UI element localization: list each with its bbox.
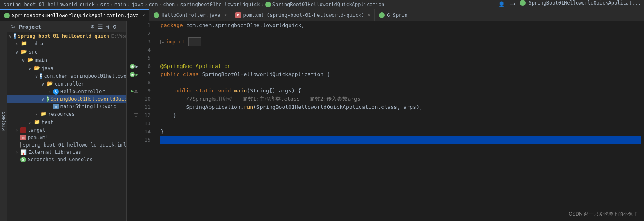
editor-tab-row: SpringBoot01HelloworldQuickApplication.j…: [0, 9, 644, 21]
line-num-10: 10: [139, 95, 154, 103]
tree-label-main-method: main(String[]):void: [60, 104, 116, 109]
tree-item-iml[interactable]: spring-boot-01-helloworld-quick.iml: [7, 141, 126, 149]
breadcrumb: spring-boot-01-helloworld-quick › src › …: [0, 0, 644, 9]
breadcrumb-part-1[interactable]: src: [100, 2, 109, 7]
sidebar-tree: ∨ P spring-boot-01-helloworld-quick E:\W…: [7, 32, 126, 221]
code-editor: ◉ ▶ ◉ ▶ ▶ ▽ △: [127, 21, 644, 221]
gutter-run-icon-7[interactable]: ▶: [135, 72, 138, 77]
sidebar-close-btn[interactable]: —: [120, 23, 123, 30]
code-indent-1: [160, 87, 173, 95]
sidebar-title: Project: [19, 24, 87, 30]
code-kw-static: static: [196, 87, 218, 95]
tree-item-idea[interactable]: › 📁 .idea: [7, 40, 126, 48]
code-main-sig: (String[] args) {: [247, 87, 301, 95]
tab-springboot-close[interactable]: ×: [143, 13, 145, 18]
tree-item-pom[interactable]: m pom.xml: [7, 134, 126, 141]
breadcrumb-spring-icon: [265, 2, 271, 7]
tree-label-hello-controller: HelloController: [60, 89, 105, 95]
breadcrumb-part-4[interactable]: com: [149, 2, 158, 7]
code-line-3: +import ...: [160, 38, 641, 46]
tree-label-external-libs: External Libraries: [28, 149, 81, 155]
gutter-line-4: [127, 46, 139, 54]
sidebar-sort-btn[interactable]: ⇅: [106, 23, 109, 30]
tree-label-resources: resources: [48, 111, 75, 117]
tab-springboot-app[interactable]: SpringBoot01HelloworldQuickApplication.j…: [0, 9, 149, 21]
sidebar-settings-btn[interactable]: ⚙: [113, 23, 116, 30]
code-line-13: [160, 120, 641, 128]
gutter-collapse-12[interactable]: △: [134, 113, 138, 117]
code-kw-package: package: [160, 21, 186, 29]
gutter-line-5: [127, 54, 139, 62]
import-expand-icon[interactable]: +: [160, 40, 165, 44]
breadcrumb-tab-label: SpringBoot01HelloworldQuickApplicat...: [528, 0, 641, 9]
tree-item-main[interactable]: ∨ 📂 main: [7, 56, 126, 64]
tree-item-controller[interactable]: ∨ 📂 controller: [7, 80, 126, 88]
tab-pom-close[interactable]: ×: [368, 12, 371, 18]
code-line-11: SpringApplication.run(SpringBoot01Hellow…: [160, 103, 641, 111]
code-indent-2: SpringApplication.: [160, 103, 244, 111]
sidebar-locate-btn[interactable]: ⊕: [91, 23, 94, 30]
tree-icon-springboot-app: S: [47, 96, 49, 102]
code-kw-public-1: public: [160, 70, 183, 79]
tree-label-springboot-app: SpringBoot01HelloworldQuickApplication: [50, 96, 126, 102]
tree-icon-idea: 📁: [20, 41, 27, 47]
tree-item-resources[interactable]: › 📁 resources: [7, 110, 126, 118]
sidebar-collapse-btn[interactable]: ☰: [98, 23, 103, 30]
tree-icon-scratches: S: [20, 157, 26, 162]
tab-springboot-label: SpringBoot01HelloworldQuickApplication.j…: [12, 13, 139, 18]
tab-pom-xml[interactable]: m pom.xml (spring-boot-01-helloworld-qui…: [231, 9, 375, 21]
code-import-collapsed[interactable]: ...: [188, 37, 201, 46]
code-content[interactable]: package com.chen.springboot01helloworldq…: [157, 21, 644, 221]
code-annotation-springboot: @SpringBootApplication: [160, 62, 231, 70]
gutter-run-icon-9[interactable]: ▶: [131, 88, 134, 94]
sidebar-inner: 🗂 Project ⊕ ☰ ⇅ ⚙ — ∨ P spring-boot-01-h…: [7, 21, 126, 221]
code-class-name: SpringBoot01HelloworldQuickApplication {: [202, 70, 330, 79]
tree-label-package: com.chen.springboot01helloworldquick: [44, 73, 126, 79]
tree-item-src[interactable]: ∨ 📂 src: [7, 48, 126, 56]
sidebar-header: 🗂 Project ⊕ ☰ ⇅ ⚙ —: [7, 21, 126, 32]
tab-hello-close[interactable]: ×: [224, 12, 227, 18]
tree-item-java[interactable]: ∨ 📂 java: [7, 64, 126, 72]
breadcrumb-part-6[interactable]: springboot01helloworldquick: [180, 2, 260, 7]
tree-icon-external-libs: 📊: [20, 149, 27, 155]
gutter-collapse-9[interactable]: ▽: [134, 89, 138, 93]
tree-item-external-libs[interactable]: › 📊 External Libraries: [7, 149, 126, 156]
code-package-name: com.chen.springboot01helloworldquick;: [186, 21, 305, 29]
tree-item-hello-controller[interactable]: › C HelloController: [7, 88, 126, 95]
tree-item-scratches[interactable]: S Scratches and Consoles: [7, 156, 126, 163]
sidebar-folder-icon: 🗂: [11, 24, 16, 29]
gutter-line-10: [127, 95, 139, 103]
line-num-1: 1: [139, 21, 154, 29]
breadcrumb-part-3[interactable]: java: [131, 2, 143, 7]
tab-spring-extra[interactable]: G Sprin: [375, 9, 412, 21]
tree-label-java: java: [42, 65, 53, 71]
code-line-10: //Spring应用启动 参数1:主程序类.class 参数2:传入参数args: [160, 95, 641, 103]
breadcrumb-part-2[interactable]: main: [114, 2, 126, 7]
tree-item-package[interactable]: ∨ P com.chen.springboot01helloworldquick: [7, 72, 126, 80]
code-line-15: [160, 136, 641, 144]
breadcrumb-part-0[interactable]: spring-boot-01-helloworld-quick: [3, 2, 95, 7]
code-kw-void: void: [218, 87, 234, 95]
breadcrumb-user-icon[interactable]: 👤: [497, 0, 506, 9]
gutter-debug-icon-6[interactable]: ▶: [135, 64, 138, 69]
tree-item-main-method[interactable]: m main(String[]):void: [7, 103, 126, 110]
tree-root-path: E:\WorkSpace\IntelliJ ID: [111, 34, 126, 39]
tree-item-springboot-app[interactable]: ∨ S SpringBoot01HelloworldQuickApplicati…: [7, 95, 126, 103]
tree-item-test[interactable]: › 📁 test: [7, 118, 126, 126]
code-kw-import: import: [166, 38, 188, 46]
breadcrumb-part-7[interactable]: SpringBoot01HelloworldQuickApplication: [272, 2, 385, 7]
code-line-7: public class SpringBoot01HelloworldQuick…: [160, 70, 641, 79]
gutter-line-1: [127, 21, 139, 29]
tree-item-root[interactable]: ∨ P spring-boot-01-helloworld-quick E:\W…: [7, 32, 126, 40]
main-area: Project 🗂 Project ⊕ ☰ ⇅ ⚙ — ∨ P spring-b…: [0, 21, 644, 221]
tree-item-target[interactable]: › target: [7, 126, 126, 134]
code-line-4: [160, 46, 641, 54]
tree-icon-hello-class: C: [53, 89, 59, 95]
tab-pom-label: pom.xml (spring-boot-01-helloworld-quick…: [243, 12, 364, 18]
breadcrumb-part-5[interactable]: chen: [163, 2, 175, 7]
tree-label-iml: spring-boot-01-helloworld-quick.iml: [23, 142, 126, 148]
breadcrumb-arrow-icon[interactable]: ⭢: [508, 0, 517, 9]
tab-hello-controller[interactable]: HelloController.java ×: [149, 9, 231, 21]
gutter-line-7: ◉ ▶: [127, 70, 139, 79]
tree-label-main: main: [35, 57, 47, 63]
